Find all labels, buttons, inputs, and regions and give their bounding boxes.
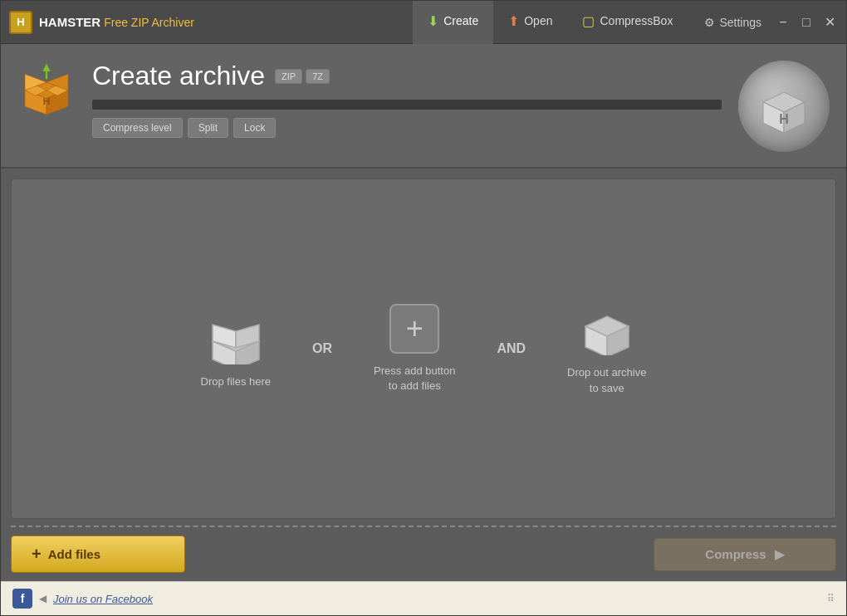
header-section: H Create archive ZIP 7Z Compress level S… [1,44,846,169]
page-title: Create archive [92,61,265,91]
compress-button[interactable]: Compress ▶ [654,538,836,571]
option-buttons: Compress level Split Lock [92,118,722,138]
page-title-row: Create archive ZIP 7Z [92,61,722,91]
create-tab-label: Create [443,14,478,27]
settings-label: Settings [719,16,761,29]
header-content: Create archive ZIP 7Z Compress level Spl… [92,61,722,138]
app-title: HAMSTER [39,15,100,29]
add-files-label: Add files [48,547,100,561]
drop-zone[interactable]: Drop files here OR + Press add button to… [11,178,836,519]
open-box-illustration: H [17,61,76,115]
title-bar: H HAMSTER Free ZIP Archiver ⬇ Create ⬆ O… [1,1,846,44]
add-files-instruction-label: Press add button to add files [374,364,455,394]
open-tab-icon: ⬆ [508,13,519,29]
maximize-button[interactable]: □ [798,14,815,31]
format-7z-badge[interactable]: 7Z [306,69,330,84]
and-text: AND [497,341,526,356]
open-tab-label: Open [524,14,552,27]
add-files-button[interactable]: + Add files [11,535,185,573]
svg-text:H: H [779,112,789,126]
progress-bar [92,100,722,110]
tab-create[interactable]: ⬇ Create [413,1,493,44]
minimize-button[interactable]: − [775,14,791,31]
hamster-logo-circle: H [738,61,830,152]
split-button[interactable]: Split [188,118,228,138]
facebook-icon: f [12,589,32,609]
compress-arrow-icon: ▶ [775,547,785,562]
settings-gear-icon: ⚙ [704,16,715,29]
compress-label: Compress [705,547,766,561]
format-zip-badge[interactable]: ZIP [275,69,302,84]
create-tab-icon: ⬇ [428,13,438,29]
settings-button[interactable]: ⚙ Settings [704,16,761,29]
drop-out-item: Drop out archive to save [567,301,646,395]
facebook-arrow-icon: ◀ [39,593,47,604]
compress-level-button[interactable]: Compress level [92,118,183,138]
tab-open[interactable]: ⬆ Open [493,1,567,44]
bottom-bar: + Add files Compress ▶ [1,527,846,581]
drop-files-label: Drop files here [201,374,272,389]
format-badges: ZIP 7Z [275,69,330,84]
hamster-box-logo: H [755,77,813,135]
app-logo-icon: H [9,11,32,34]
close-button[interactable]: ✕ [821,14,838,31]
drop-out-label: Drop out archive to save [567,365,646,395]
compress-tab-label: CompressBox [600,14,673,27]
window-controls: − □ ✕ [775,14,838,31]
add-button-item: + Press add button to add files [374,304,455,394]
add-plus-icon: + [32,545,42,564]
app-subtitle: Free ZIP Archiver [104,16,194,29]
tab-compressbox[interactable]: ▢ CompressBox [567,1,688,44]
closed-box-drop-icon [579,301,635,355]
compress-tab-icon: ▢ [582,13,595,29]
footer: f ◀ Join us on Facebook ⠿ [1,581,846,615]
or-text: OR [312,341,332,356]
facebook-link[interactable]: Join us on Facebook [53,593,153,605]
drop-files-item: Drop files here [201,308,272,389]
lock-button[interactable]: Lock [233,118,276,138]
open-box-drop-icon [206,308,266,364]
title-nav: ⬇ Create ⬆ Open ▢ CompressBox ⚙ Settings… [413,1,838,44]
add-button-icon[interactable]: + [389,304,439,354]
app-window: H HAMSTER Free ZIP Archiver ⬇ Create ⬆ O… [0,0,847,616]
svg-text:H: H [43,95,50,106]
svg-marker-8 [42,63,51,80]
resize-handle-icon[interactable]: ⠿ [827,593,835,604]
